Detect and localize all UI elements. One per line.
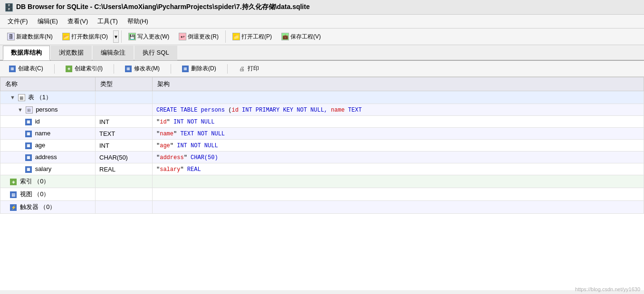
id-field-name: ▦ id bbox=[0, 116, 96, 128]
write-changes-icon: 💾 bbox=[128, 33, 136, 40]
table-row[interactable]: ▦ age INT "age" INT NOT NULL bbox=[0, 140, 644, 152]
menu-bar: 文件(F) 编辑(E) 查看(V) 工具(T) 帮助(H) bbox=[0, 15, 644, 28]
salary-field-type: REAL bbox=[96, 163, 153, 175]
table-row[interactable]: ▼ ▦ 表 （1） bbox=[0, 91, 644, 104]
trigger-section-schema bbox=[153, 201, 644, 214]
delete-table-label: 删除表(D) bbox=[191, 65, 216, 73]
trigger-section-icon: ⚡ bbox=[10, 204, 17, 211]
action-sep-2 bbox=[114, 64, 114, 74]
create-index-button[interactable]: ◈ 创建索引(I) bbox=[60, 63, 108, 75]
table-row[interactable]: ⚡ 触发器 （0） bbox=[0, 201, 644, 214]
address-field-name: ▦ address bbox=[0, 152, 96, 163]
toolbar-sep-1 bbox=[121, 30, 122, 43]
main-content: 名称 类型 架构 ▼ ▦ 表 （1） ▼ ⊞ pers bbox=[0, 77, 644, 290]
app-icon: 🗄️ bbox=[5, 3, 13, 11]
menu-edit[interactable]: 编辑(E) bbox=[34, 16, 62, 27]
tab-db-structure[interactable]: 数据库结构 bbox=[3, 46, 50, 60]
write-changes-label: 写入更改(W) bbox=[137, 33, 169, 41]
table-row[interactable]: ◈ 索引 （0） bbox=[0, 175, 644, 188]
field-icon: ▦ bbox=[25, 166, 32, 173]
age-field-name: ▦ age bbox=[0, 140, 96, 152]
new-database-button[interactable]: 🗄 新建数据库(N) bbox=[3, 31, 57, 43]
salary-field-name: ▦ salary bbox=[0, 163, 96, 175]
view-section-type bbox=[96, 188, 153, 201]
toolbar-dropdown[interactable]: ▼ bbox=[113, 30, 119, 43]
index-section-schema bbox=[153, 175, 644, 188]
salary-field-schema: "salary" REAL bbox=[153, 163, 644, 175]
open-project-label: 打开工程(P) bbox=[241, 33, 272, 41]
address-field-schema: "address" CHAR(50) bbox=[153, 152, 644, 163]
print-button[interactable]: 🖨 打印 bbox=[233, 63, 264, 75]
field-icon: ▦ bbox=[25, 119, 32, 125]
save-project-label: 保存工程(V) bbox=[290, 33, 321, 41]
menu-help[interactable]: 帮助(H) bbox=[124, 16, 152, 27]
rollback-changes-button[interactable]: ↩ 倒退更改(R) bbox=[174, 31, 223, 43]
print-label: 打印 bbox=[248, 65, 259, 73]
trigger-section-type bbox=[96, 201, 153, 214]
delete-table-button[interactable]: ▦ 删除表(D) bbox=[177, 63, 221, 75]
index-section-name: ◈ 索引 （0） bbox=[0, 175, 96, 188]
title-bar: 🗄️ DB Browser for SQLite - C:\Users\AmoX… bbox=[0, 0, 644, 15]
modify-table-icon: ▦ bbox=[125, 66, 132, 72]
trigger-section-name: ⚡ 触发器 （0） bbox=[0, 201, 96, 214]
open-database-icon: 📂 bbox=[62, 33, 70, 40]
index-section-icon: ◈ bbox=[10, 179, 17, 185]
table-row[interactable]: ▦ 视图 （0） bbox=[0, 188, 644, 201]
structure-table: 名称 类型 架构 ▼ ▦ 表 （1） ▼ ⊞ pers bbox=[0, 77, 644, 214]
delete-table-icon: ▦ bbox=[182, 66, 189, 72]
table-section-icon: ▦ bbox=[18, 94, 25, 101]
tables-section-name: ▼ ▦ 表 （1） bbox=[0, 91, 96, 104]
col-name-header: 名称 bbox=[0, 77, 96, 91]
persons-table-schema: CREATE TABLE persons (id INT PRIMARY KEY… bbox=[153, 104, 644, 116]
view-section-name: ▦ 视图 （0） bbox=[0, 188, 96, 201]
write-changes-button[interactable]: 💾 写入更改(W) bbox=[124, 31, 173, 43]
table-row[interactable]: ▦ address CHAR(50) "address" CHAR(50) bbox=[0, 152, 644, 163]
action-toolbar: ▦ 创建表(C) ◈ 创建索引(I) ▦ 修改表(M) ▦ 删除表(D) 🖨 打… bbox=[0, 61, 644, 77]
window-title: DB Browser for SQLite - C:\Users\AmoXian… bbox=[16, 3, 310, 11]
open-project-button[interactable]: 📁 打开工程(P) bbox=[228, 31, 276, 43]
create-index-label: 创建索引(I) bbox=[75, 65, 103, 73]
table-row[interactable]: ▦ name TEXT "name" TEXT NOT NULL bbox=[0, 128, 644, 140]
create-table-label: 创建表(C) bbox=[18, 65, 43, 73]
toolbar-sep-2 bbox=[225, 30, 226, 43]
table-row[interactable]: ▼ ⊞ persons CREATE TABLE persons (id INT… bbox=[0, 104, 644, 116]
rollback-changes-icon: ↩ bbox=[179, 33, 186, 40]
persons-table-icon: ⊞ bbox=[26, 106, 33, 114]
chevron-down-icon: ▼ bbox=[10, 95, 15, 100]
menu-tools[interactable]: 工具(T) bbox=[94, 16, 122, 27]
view-section-icon: ▦ bbox=[10, 191, 17, 198]
field-icon: ▦ bbox=[25, 142, 32, 149]
create-table-icon: ▦ bbox=[9, 66, 16, 72]
create-index-icon: ◈ bbox=[66, 66, 72, 72]
field-icon: ▦ bbox=[25, 131, 32, 137]
save-project-icon: 💼 bbox=[281, 33, 289, 40]
modify-table-button[interactable]: ▦ 修改表(M) bbox=[120, 63, 165, 75]
open-database-button[interactable]: 📂 打开数据库(O) bbox=[58, 31, 112, 43]
tab-edit-pragmas[interactable]: 编辑杂注 bbox=[93, 46, 134, 60]
print-icon: 🖨 bbox=[239, 66, 245, 72]
col-type-header: 类型 bbox=[96, 77, 153, 91]
tab-execute-sql[interactable]: 执行 SQL bbox=[135, 46, 177, 60]
table-row[interactable]: ▦ id INT "id" INT NOT NULL bbox=[0, 116, 644, 128]
age-field-schema: "age" INT NOT NULL bbox=[153, 140, 644, 152]
col-schema-header: 架构 bbox=[153, 77, 644, 91]
name-field-name: ▦ name bbox=[0, 128, 96, 140]
open-database-label: 打开数据库(O) bbox=[71, 33, 108, 41]
menu-file[interactable]: 文件(F) bbox=[4, 16, 32, 27]
action-sep-3 bbox=[171, 64, 171, 74]
new-database-icon: 🗄 bbox=[7, 33, 15, 40]
rollback-changes-label: 倒退更改(R) bbox=[188, 33, 219, 41]
table-row[interactable]: ▦ salary REAL "salary" REAL bbox=[0, 163, 644, 175]
action-sep-1 bbox=[54, 64, 55, 74]
id-field-type: INT bbox=[96, 116, 153, 128]
chevron-down-icon: ▼ bbox=[18, 107, 23, 113]
name-field-type: TEXT bbox=[96, 128, 153, 140]
save-project-button[interactable]: 💼 保存工程(V) bbox=[277, 31, 325, 43]
age-field-type: INT bbox=[96, 140, 153, 152]
menu-view[interactable]: 查看(V) bbox=[64, 16, 92, 27]
tab-browse-data[interactable]: 浏览数据 bbox=[51, 46, 92, 60]
create-table-button[interactable]: ▦ 创建表(C) bbox=[4, 63, 48, 75]
id-field-schema: "id" INT NOT NULL bbox=[153, 116, 644, 128]
field-icon: ▦ bbox=[25, 154, 32, 161]
tabs-bar: 数据库结构 浏览数据 编辑杂注 执行 SQL bbox=[0, 45, 644, 61]
